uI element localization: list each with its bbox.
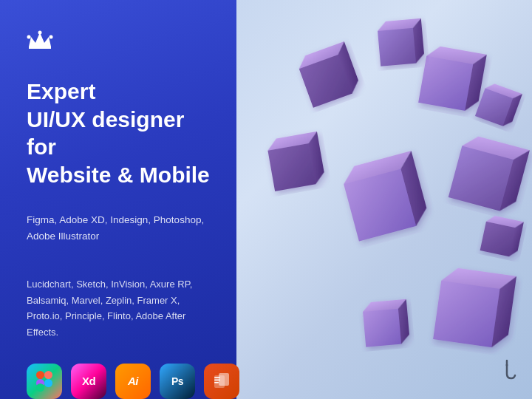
skills-secondary: Lucidchart, Sketch, InVision, Axure RP, … bbox=[27, 276, 210, 340]
xd-label: Xd bbox=[82, 375, 95, 387]
svg-rect-9 bbox=[219, 373, 229, 386]
page-headline: ExpertUI/UX designer forWebsite & Mobile bbox=[27, 78, 210, 188]
adobe-illustrator-icon[interactable]: Ai bbox=[115, 364, 151, 399]
office-icon[interactable] bbox=[204, 364, 239, 399]
crown-icon bbox=[27, 30, 210, 57]
svg-rect-4 bbox=[44, 371, 52, 379]
svg-marker-19 bbox=[378, 28, 416, 66]
svg-rect-10 bbox=[214, 377, 220, 378]
svg-marker-37 bbox=[363, 309, 401, 347]
svg-marker-40 bbox=[480, 222, 515, 256]
right-panel bbox=[236, 0, 532, 399]
adobe-photoshop-icon[interactable]: Ps bbox=[160, 364, 195, 399]
svg-point-1 bbox=[50, 35, 53, 39]
svg-point-2 bbox=[38, 31, 42, 35]
svg-rect-11 bbox=[214, 379, 220, 381]
figma-icon[interactable] bbox=[27, 364, 62, 399]
svg-marker-31 bbox=[267, 143, 316, 191]
svg-marker-16 bbox=[418, 56, 473, 111]
svg-point-43 bbox=[506, 364, 508, 366]
left-panel: ExpertUI/UX designer forWebsite & Mobile… bbox=[0, 0, 236, 399]
svg-rect-12 bbox=[214, 382, 219, 383]
ai-label: Ai bbox=[128, 375, 138, 387]
svg-point-0 bbox=[27, 35, 31, 39]
skills-primary: Figma, Adobe XD, Indesign, Photoshop, Ad… bbox=[27, 212, 210, 244]
ps-label: Ps bbox=[171, 375, 183, 387]
svg-marker-28 bbox=[433, 281, 499, 347]
adobe-xd-icon[interactable]: Xd bbox=[71, 364, 106, 399]
svg-rect-6 bbox=[44, 379, 52, 387]
tool-icons-row: Xd Ai Ps bbox=[27, 364, 210, 399]
watermark bbox=[502, 359, 517, 384]
svg-point-7 bbox=[36, 383, 44, 392]
app-container: ExpertUI/UX designer forWebsite & Mobile… bbox=[0, 0, 532, 399]
svg-rect-3 bbox=[36, 371, 44, 379]
cubes-visualization bbox=[236, 0, 532, 399]
